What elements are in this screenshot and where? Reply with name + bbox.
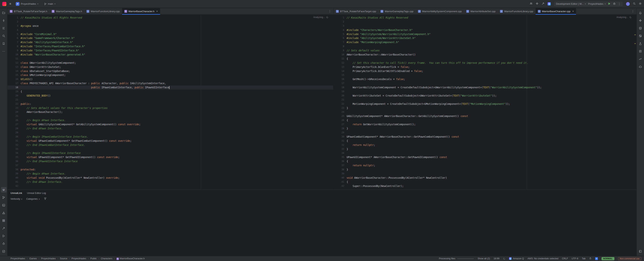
problems-tool-icon[interactable] [1, 210, 6, 216]
main-menu-icon[interactable]: ≡ [9, 2, 12, 6]
unreallink-tool-icon[interactable]: U [1, 187, 6, 193]
commit-tool-icon[interactable] [1, 18, 6, 23]
tab-unreallink[interactable]: UnrealLink [10, 192, 22, 194]
line-number[interactable]: 9 [334, 49, 344, 53]
analyzing-indicator[interactable]: Analyzing... [313, 16, 328, 19]
close-icon[interactable]: × [156, 10, 158, 13]
breadcrumb-item[interactable]: Source [60, 257, 68, 260]
editor-tab[interactable]: +WarriorFunctionLibrary.cpp [84, 8, 122, 15]
database-tool-icon[interactable] [638, 25, 643, 31]
line-number[interactable]: 11 [334, 57, 344, 61]
line-number[interactable]: 32 [334, 143, 344, 147]
breadcrumb-item[interactable]: ProyectHades [10, 257, 25, 260]
line-number[interactable]: 26 [8, 118, 18, 122]
line-number[interactable]: 12 [8, 61, 18, 65]
breadcrumb-item[interactable]: Characters [101, 257, 112, 260]
tab-options-icon[interactable]: ⋮ [629, 8, 636, 15]
close-icon[interactable]: × [572, 10, 574, 13]
line-number[interactable]: 16 [334, 77, 344, 81]
services-tool-icon[interactable] [1, 218, 6, 223]
line-number[interactable]: 3 [334, 24, 344, 28]
line-number[interactable]: 13 [334, 65, 344, 69]
line-number[interactable]: 14 [8, 69, 18, 73]
notifications-bell-icon[interactable] [638, 10, 643, 16]
monitoring-tool-icon[interactable] [638, 56, 643, 62]
line-number[interactable]: 34 [334, 151, 344, 155]
line-number[interactable]: 22 [8, 102, 18, 106]
ai-assistant-icon[interactable] [536, 2, 538, 6]
line-number[interactable]: 41 [334, 180, 344, 184]
line-number[interactable]: 6 [8, 36, 18, 40]
line-number[interactable]: 24 [334, 110, 344, 114]
line-number[interactable]: 40 [334, 176, 344, 180]
amazon-q-toolbar-icon[interactable]: Q [548, 2, 551, 6]
line-number[interactable]: 4 [334, 28, 344, 32]
debug-button[interactable] [613, 2, 616, 6]
line-number[interactable]: 36 [8, 159, 18, 163]
editor-tab[interactable]: +WarriorAbilitySystemComponent.cpp [416, 8, 464, 15]
line-number[interactable]: 8 [334, 45, 344, 49]
line-number[interactable]: 24 [8, 110, 18, 114]
documentation-tool-icon[interactable] [638, 48, 643, 54]
line-number[interactable]: 5 [8, 32, 18, 36]
line-number[interactable]: 25 [334, 114, 344, 118]
line-number[interactable]: 19 [334, 90, 344, 94]
breadcrumb-item[interactable]: ProyectHades [41, 257, 56, 260]
breadcrumb-item[interactable]: hWarriorBaseCharacter.h [116, 257, 145, 260]
editor-tab[interactable]: hWarriorBaseCharacter.h× [122, 8, 160, 15]
project-tool-icon[interactable] [1, 10, 6, 16]
line-number[interactable]: 35 [8, 155, 18, 159]
line-number[interactable]: 18 [8, 86, 18, 90]
line-number[interactable]: 30 [334, 135, 344, 139]
line-number[interactable]: 21 [8, 98, 18, 102]
line-number[interactable]: 33 [334, 147, 344, 151]
line-number[interactable]: 18 [334, 86, 344, 90]
line-number[interactable]: 41 [8, 180, 18, 184]
lock-icon[interactable] [589, 257, 592, 260]
breadcrumb-item[interactable]: ProyectHades [72, 257, 86, 260]
line-number[interactable]: 1 [334, 16, 344, 20]
line-number[interactable]: 38 [334, 168, 344, 172]
find-tool-icon[interactable] [1, 33, 6, 39]
editor-tab[interactable]: hBTTask_RotateToFaceTarget.h [8, 8, 50, 15]
tab-options-icon[interactable]: ⋮ [326, 8, 334, 15]
debug-tool-icon[interactable] [1, 241, 6, 246]
line-number[interactable]: 4 [8, 28, 18, 32]
settings-gear-icon[interactable] [639, 2, 642, 6]
tab-unreal-editor-log[interactable]: Unreal Editor Log [27, 192, 46, 194]
verbosity-dropdown[interactable]: Verbosity ▾ [10, 198, 22, 200]
line-number[interactable]: 20 [334, 94, 344, 98]
editor-right[interactable]: Analyzing... 1// KasaiRaito Studios All … [334, 15, 636, 190]
editor-tab[interactable]: +BTTask_RotateToFaceTarget.cpp [334, 8, 378, 15]
line-number[interactable]: 26 [334, 118, 344, 122]
project-selector[interactable]: P ProyectHades ▾ [14, 1, 40, 7]
line-number[interactable]: 10 [8, 53, 18, 57]
todo-tool-icon[interactable] [1, 248, 6, 254]
line-separator-widget[interactable]: CRLF [562, 257, 568, 260]
run-target-selector[interactable]: ProyectHades ▾ [588, 3, 606, 5]
search-everywhere-icon[interactable] [633, 2, 636, 6]
line-number[interactable]: 32 [8, 143, 18, 147]
line-number[interactable]: 7 [334, 40, 344, 45]
line-number[interactable]: 40 [8, 176, 18, 180]
line-number[interactable]: 42 [8, 184, 18, 188]
filter-icon[interactable] [44, 197, 47, 201]
line-number[interactable]: 2 [8, 20, 18, 24]
line-number[interactable]: 33 [8, 147, 18, 151]
categories-dropdown[interactable]: Categories ▾ [26, 198, 40, 200]
encoding-widget[interactable]: UTF-8 [572, 257, 578, 260]
line-number[interactable]: 11 [8, 57, 18, 61]
vim-mode-badge[interactable]: NORMAL [602, 257, 614, 260]
line-number[interactable]: 27 [334, 122, 344, 127]
line-number[interactable]: 7 [8, 40, 18, 45]
more-tool-windows-icon[interactable]: ⋯ [1, 48, 6, 54]
line-number[interactable]: 6 [334, 36, 344, 40]
vcs-branch-selector[interactable]: main ▾ [42, 2, 57, 6]
line-number[interactable]: 10 [334, 53, 344, 57]
editor-tab[interactable]: +WarriorBaseCharacter.cpp× [536, 8, 576, 15]
line-number[interactable]: 19 [8, 90, 18, 94]
line-number[interactable]: 23 [8, 106, 18, 110]
layout-settings-icon[interactable] [638, 248, 643, 254]
line-number[interactable]: 37 [334, 163, 344, 168]
line-number[interactable]: 25 [8, 114, 18, 118]
